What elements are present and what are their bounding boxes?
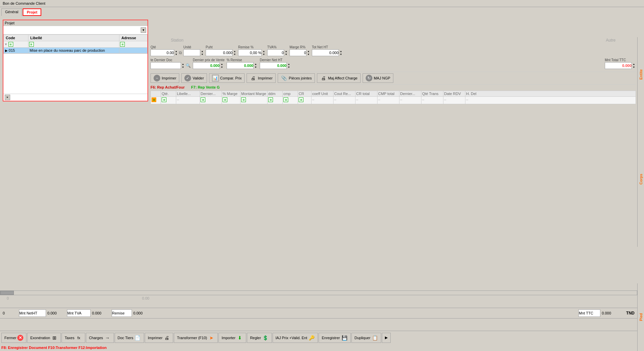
- dernier-net-ht-input[interactable]: [260, 62, 287, 69]
- dupliquer-button[interactable]: Dupliquer 📋: [351, 333, 381, 343]
- printer2-icon: 🖨: [320, 75, 327, 81]
- puht-spin-down[interactable]: ▼: [233, 53, 237, 56]
- enregistrer-button[interactable]: Enregistrer 💾: [319, 333, 351, 343]
- qte-spin-up[interactable]: ▲: [174, 50, 178, 53]
- tva-spin-up[interactable]: ▲: [284, 50, 288, 53]
- fermer-button[interactable]: Fermer ✕: [1, 333, 26, 343]
- autre-label: Autre: [606, 38, 616, 43]
- imprimer2-button[interactable]: 🖨 Imprimer: [247, 73, 275, 83]
- copy-icon2: 📋: [371, 334, 378, 341]
- iaj-prix-button[interactable]: IAJ Prix +Valid. Ent 🔑: [273, 333, 318, 343]
- iaj-prix-label: IAJ Prix +Valid. Ent: [276, 336, 307, 340]
- tabs-bar: Général Projet: [0, 7, 644, 16]
- transformer-button[interactable]: Transformer (F10) ➤: [174, 333, 218, 343]
- importer-button[interactable]: Importer ⬇: [218, 333, 246, 343]
- tab-projet[interactable]: Projet: [23, 8, 41, 16]
- exoneration-button[interactable]: Exonération ⊞: [27, 333, 61, 343]
- marge-spin-up[interactable]: ▲: [306, 50, 310, 53]
- copy-icon[interactable]: ⧉: [179, 50, 182, 55]
- dernier-prix-spin-up[interactable]: ▲: [220, 63, 224, 66]
- projet-section-label: Projet: [3, 20, 147, 26]
- minus-icon: −: [154, 75, 160, 81]
- mnt-total-ttc-input[interactable]: [605, 62, 632, 69]
- charges-button[interactable]: Charges →: [86, 333, 114, 343]
- remise-value: 0.000: [133, 311, 150, 315]
- comparer-prix-button[interactable]: 📊 Compar. Prix: [209, 73, 245, 83]
- remise-spin-down[interactable]: ▼: [262, 53, 266, 56]
- tva-spin-down[interactable]: ▼: [284, 53, 288, 56]
- refresh-icon: ↻: [366, 75, 372, 81]
- col-header-empty: [151, 91, 161, 96]
- corps-sidebar: Corps: [637, 112, 644, 247]
- pct-remise-spin-up[interactable]: ▲: [254, 63, 258, 66]
- more-button[interactable]: ▶: [382, 333, 391, 343]
- search-icon[interactable]: 🔍: [186, 63, 191, 68]
- tab-general[interactable]: Général: [1, 8, 22, 16]
- table-row[interactable]: ▶ 015 Mise en place du nouveau parc de p…: [4, 48, 147, 53]
- col-header-coeff: coeff Unit: [312, 91, 334, 96]
- maj-ngp-button[interactable]: ↻ MAJ NGP: [363, 73, 393, 83]
- unite-input[interactable]: [183, 49, 200, 56]
- unite-spin-up[interactable]: ▲: [200, 50, 204, 53]
- totnetht-input[interactable]: [312, 49, 339, 56]
- col-header-libelle: Libelle...: [176, 91, 200, 96]
- pieces-jointes-button[interactable]: 📎 Pièces jointes: [278, 73, 315, 83]
- keyboard-shortcuts-row: F6: Rep Achat/Four F7: Rep Vente G: [151, 85, 636, 90]
- imprimer-button[interactable]: − Imprimer: [151, 73, 179, 83]
- qte-spin-down[interactable]: ▼: [174, 53, 178, 56]
- mnt-tva-group: 0.000: [67, 309, 109, 317]
- puht-spin-up[interactable]: ▲: [233, 50, 237, 53]
- col-header-dernier: Dernier...: [200, 91, 222, 96]
- unite-spin-down[interactable]: ▼: [200, 53, 204, 56]
- dernier-doc-label: te Dernier Doc: [151, 58, 191, 62]
- pct-remise-field: % Remise ▲ ▼: [227, 58, 258, 69]
- imprimer-bottom-button[interactable]: Imprimer 🖨: [145, 333, 173, 343]
- col-header-cr-total: CR total: [355, 91, 377, 96]
- fermer-label: Fermer: [4, 336, 16, 340]
- remise-label-input[interactable]: [112, 309, 132, 317]
- corps-label: Corps: [639, 174, 643, 185]
- marge-spin-down[interactable]: ▼: [306, 53, 310, 56]
- dupliquer-label: Dupliquer: [354, 336, 370, 340]
- mnt-netht-group: 0.000: [19, 309, 64, 317]
- taxes-button[interactable]: Taxes fx: [62, 333, 85, 343]
- dernier-doc-input[interactable]: [151, 62, 181, 69]
- qte-label: Qté: [151, 45, 182, 49]
- dernier-net-ht-spin-down[interactable]: ▼: [287, 66, 291, 69]
- doc-tiers-button[interactable]: Doc Tiers 📄: [115, 333, 144, 343]
- dernier-prix-input[interactable]: [193, 62, 220, 69]
- mnt-ttc-label-input[interactable]: [578, 309, 600, 317]
- doc-tiers-label: Doc Tiers: [118, 336, 133, 340]
- key-icon: 🔑: [308, 334, 315, 341]
- valider-button[interactable]: ✓ Valider: [181, 73, 207, 83]
- remise-field-group: Remise % ▲ ▼: [238, 45, 266, 56]
- dernier-net-ht-label: Dernier Net HT: [260, 58, 291, 62]
- mnt-total-ttc-spin-down[interactable]: ▼: [632, 66, 636, 69]
- remise-spin-up[interactable]: ▲: [262, 50, 266, 53]
- dernier-prix-spin-down[interactable]: ▼: [220, 66, 224, 69]
- col-adresse: Adresse: [119, 35, 147, 41]
- doc-icon: 📄: [134, 334, 141, 341]
- mnt-total-ttc-spin-up[interactable]: ▲: [632, 63, 636, 66]
- tva-input[interactable]: [267, 49, 284, 56]
- qte-input[interactable]: [151, 49, 174, 56]
- pct-remise-input[interactable]: [227, 62, 254, 69]
- remise-input[interactable]: [238, 49, 262, 56]
- pct-remise-spin-down[interactable]: ▼: [254, 66, 258, 69]
- mnt-netht-label-input[interactable]: [19, 309, 46, 317]
- close-button[interactable]: ✕: [5, 95, 10, 100]
- entite-sidebar: Entite: [637, 37, 644, 112]
- dernier-doc-spin-down[interactable]: ▼: [181, 66, 185, 69]
- dernier-net-ht-spin-up[interactable]: ▲: [287, 63, 291, 66]
- maj-affect-charge-button[interactable]: 🖨 Maj Affect Charge: [317, 73, 361, 83]
- totnetht-spin-down[interactable]: ▼: [339, 53, 343, 56]
- dernier-doc-spin-up[interactable]: ▲: [181, 63, 185, 66]
- totnetht-spin-up[interactable]: ▲: [339, 50, 343, 53]
- dropdown-button[interactable]: ▼: [141, 27, 146, 33]
- puht-input[interactable]: [206, 49, 233, 56]
- totnetht-label: Tot Net HT: [312, 45, 343, 49]
- regler-button[interactable]: Regler 💲: [247, 333, 272, 343]
- horizontal-scrollbar[interactable]: [0, 290, 637, 295]
- marge-input[interactable]: [290, 49, 306, 56]
- mnt-tva-label-input[interactable]: [67, 309, 91, 317]
